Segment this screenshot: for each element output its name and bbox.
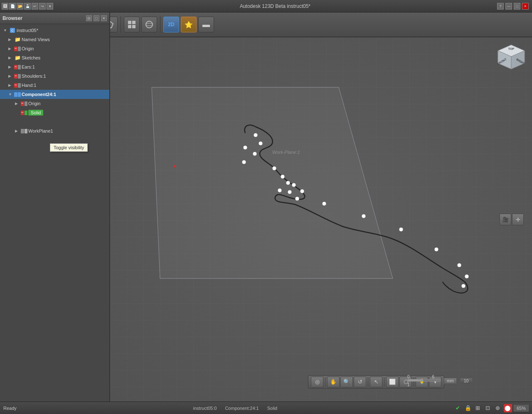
browser-expand-btn[interactable]: □ <box>94 15 99 21</box>
maximize-btn[interactable]: □ <box>514 3 520 10</box>
zoom-btn[interactable]: 🔍 <box>340 377 353 387</box>
3d-viewport[interactable]: Work-Plane:1 TOP FRONT RIGHT 🎥 ✛ <box>110 37 532 402</box>
frame-btn[interactable]: ⬜ <box>386 377 399 387</box>
status-center: instruct05:0 Component:24:1 Solid <box>23 406 447 411</box>
toolbar-separator-3 <box>160 16 160 33</box>
svg-marker-18 <box>152 87 393 278</box>
pan-btn[interactable]: ✛ <box>512 214 524 225</box>
ruler-start: 0 <box>407 375 410 379</box>
svg-point-27 <box>242 160 246 164</box>
tree-item-named-views[interactable]: ▶ 📁 Named Views <box>0 35 109 44</box>
window-title: Autodesk 123D Beta instruct05* <box>53 3 497 9</box>
tree-item-origin[interactable]: ▶ ✂ Origin <box>0 44 109 53</box>
statusbar: Ready instruct05:0 Component:24:1 Solid … <box>0 402 532 414</box>
workplane-svg: Work-Plane:1 <box>110 37 532 402</box>
tree-item-root[interactable]: ▼ C instruct05* <box>0 26 109 35</box>
icon-origin: ✂ <box>14 45 21 52</box>
label-component24: Component24:1 <box>22 92 56 97</box>
icon-origin-child: ✂ <box>21 100 27 107</box>
icon-solid: ✂ <box>21 109 27 116</box>
svg-point-28 <box>253 152 257 156</box>
svg-rect-17 <box>110 37 532 402</box>
new-btn[interactable]: 📄 <box>9 3 16 10</box>
status-mode: Solid <box>267 406 277 411</box>
sphere-btn[interactable] <box>141 17 157 32</box>
scale-ruler: 0 6 1 mm 10 <box>407 375 532 387</box>
icon-hand: ✂ <box>14 82 21 89</box>
viewcube[interactable]: TOP FRONT RIGHT <box>495 42 528 75</box>
btoolbar-sep-3 <box>384 377 384 387</box>
status-record-icon[interactable]: ⬤ <box>504 404 512 412</box>
svg-point-40 <box>434 247 438 251</box>
ruler-unit: mm <box>444 378 457 384</box>
status-zoom[interactable]: 65% <box>514 405 529 412</box>
ruler-val-bottom: 1 <box>407 382 410 387</box>
view-btn[interactable]: ◎ <box>311 377 323 387</box>
label-shoulders: Shoulders:1 <box>22 74 46 79</box>
svg-point-33 <box>278 188 282 192</box>
svg-point-32 <box>292 183 296 187</box>
label-named-views: Named Views <box>22 37 50 42</box>
folder-icon-named-views: 📁 <box>14 36 21 43</box>
status-check-icon[interactable]: ✔ <box>454 404 462 412</box>
tree-item-origin-child[interactable]: ▶ ✂ Origin <box>0 99 109 108</box>
btoolbar-sep-2 <box>368 377 368 387</box>
arrow-shoulders: ▶ <box>8 74 13 78</box>
undo-btn[interactable]: ↩ <box>32 3 38 10</box>
svg-text:TOP: TOP <box>508 47 515 50</box>
status-ready: Ready <box>3 406 17 411</box>
titlebar-right-icons: ? ─ □ ✕ <box>497 3 532 10</box>
close-btn[interactable]: ✕ <box>522 3 529 10</box>
svg-line-21 <box>152 87 160 278</box>
orbit-btn[interactable]: ↺ <box>354 377 366 387</box>
arrow-solid: ▶ <box>15 111 20 115</box>
arrow-hand: ▶ <box>8 83 13 87</box>
svg-point-31 <box>286 181 290 185</box>
svg-point-41 <box>457 263 461 267</box>
svg-point-34 <box>288 190 292 194</box>
svg-point-24 <box>254 133 258 137</box>
tree-item-ears[interactable]: ▶ ✂ Ears:1 <box>0 62 109 71</box>
icon-component24 <box>14 91 21 98</box>
tree-item-workplane[interactable]: ▶ WorkPlane1 <box>0 126 109 136</box>
arrow-workplane: ▶ <box>15 129 20 133</box>
status-display-icon[interactable]: ⊡ <box>484 404 492 412</box>
svg-point-39 <box>399 227 403 232</box>
open-btn[interactable]: 📂 <box>17 3 23 10</box>
app-icon[interactable]: 🅰 <box>2 3 8 10</box>
2d-btn[interactable]: 2D <box>163 17 179 32</box>
status-file: instruct05:0 <box>193 406 217 411</box>
select-btn[interactable]: ↖ <box>370 377 382 387</box>
svg-point-37 <box>322 202 326 206</box>
minimize-btn[interactable]: ─ <box>505 3 512 10</box>
save-btn[interactable]: 💾 <box>24 3 31 10</box>
status-snap-icon[interactable]: ⊛ <box>494 404 502 412</box>
browser-close-btn[interactable]: ✕ <box>101 15 107 21</box>
redo-btn[interactable]: ↪ <box>39 3 46 10</box>
status-right: ✔ 🔒 ⊞ ⊡ ⊛ ⬤ 65% <box>454 404 529 412</box>
help-icon[interactable]: ? <box>497 3 504 10</box>
status-grid-icon[interactable]: ⊞ <box>474 404 482 412</box>
ruler-bar <box>407 379 441 382</box>
hand-btn[interactable]: ✋ <box>327 377 340 387</box>
label-ears: Ears:1 <box>22 64 35 69</box>
svg-point-29 <box>272 166 276 170</box>
tree-item-hand[interactable]: ▶ ✂ Hand:1 <box>0 81 109 90</box>
more-btn[interactable]: ▬ <box>198 17 214 32</box>
star-btn[interactable]: ⭐ <box>181 17 197 32</box>
svg-line-22 <box>339 87 393 278</box>
svg-text:Work-Plane:1: Work-Plane:1 <box>272 150 300 155</box>
tree-item-component24[interactable]: ▼ Component24:1 <box>0 90 109 99</box>
settings-btn[interactable]: ▾ <box>47 3 53 10</box>
browser-split-btn[interactable]: ⊟ <box>86 15 92 21</box>
status-lock-icon[interactable]: 🔒 <box>464 404 472 412</box>
camera-btn[interactable]: 🎥 <box>500 214 511 225</box>
svg-point-30 <box>281 175 285 179</box>
grid-btn[interactable] <box>124 17 140 32</box>
toolbar-separator-2 <box>121 16 121 33</box>
label-solid: Solid <box>28 110 43 116</box>
svg-point-35 <box>300 189 304 193</box>
tree-item-solid[interactable]: ▶ ✂ Solid <box>0 108 109 117</box>
tree-item-shoulders[interactable]: ▶ ✂ Shoulders:1 <box>0 71 109 81</box>
tree-item-sketches[interactable]: ▶ 📁 Sketches <box>0 53 109 62</box>
